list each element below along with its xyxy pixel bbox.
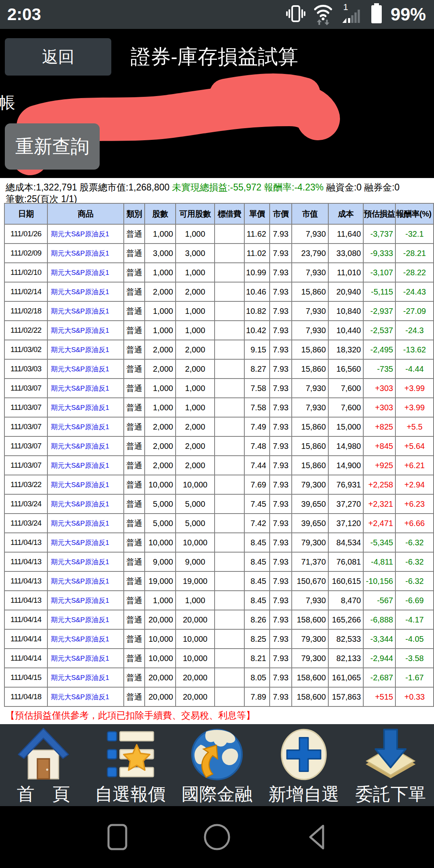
cell-category: 普通 — [124, 514, 145, 533]
cell-product[interactable]: 期元大S&P原油反1 — [47, 687, 124, 706]
cell-avail-shares: 2,000 — [176, 436, 215, 456]
cell-market-value: 7,930 — [292, 398, 328, 417]
cell-cost: 76,931 — [328, 475, 363, 494]
table-row: 111/02/10期元大S&P原油反1普通1,0001,00010.997.93… — [4, 263, 434, 282]
cell-return-pct: +6.21 — [395, 456, 434, 475]
cell-avail-shares: 3,000 — [176, 244, 215, 263]
requery-button-label: 重新查詢 — [15, 134, 89, 159]
cell-borrow-fee — [215, 514, 244, 533]
toolbar-item-watchlist-quote[interactable]: 自選報價 — [87, 724, 174, 806]
toolbar-item-place-order[interactable]: 委託下單 — [347, 724, 434, 806]
cell-est-pl: +2,321 — [363, 494, 395, 514]
cell-return-pct: +5.5 — [395, 417, 434, 436]
cell-avail-shares: 10,000 — [176, 533, 215, 552]
cell-avail-shares: 2,000 — [176, 417, 215, 436]
toolbar-item-add-watchlist[interactable]: 新增自選 — [260, 724, 347, 806]
cell-est-pl: -3,344 — [363, 629, 395, 649]
cell-market-price: 7.93 — [270, 668, 291, 687]
cell-market-value: 158,600 — [292, 687, 328, 706]
cell-product[interactable]: 期元大S&P原油反1 — [47, 263, 124, 282]
cell-product[interactable]: 期元大S&P原油反1 — [47, 571, 124, 591]
cell-product[interactable]: 期元大S&P原油反1 — [47, 514, 124, 533]
app-header: 返回 證券-庫存損益試算 帳 重新查詢 — [0, 29, 434, 178]
cell-product[interactable]: 期元大S&P原油反1 — [47, 436, 124, 456]
cell-return-pct: -24.43 — [395, 282, 434, 301]
cell-borrow-fee — [215, 301, 244, 321]
cell-product[interactable]: 期元大S&P原油反1 — [47, 649, 124, 668]
cell-product[interactable]: 期元大S&P原油反1 — [47, 244, 124, 263]
cell-product[interactable]: 期元大S&P原油反1 — [47, 224, 124, 244]
cell-product[interactable]: 期元大S&P原油反1 — [47, 591, 124, 610]
summary-line: 總成本:1,322,791 股票總市值:1,268,800 未實現總損益:-55… — [6, 182, 432, 193]
summary-costs: 總成本:1,322,791 股票總市值:1,268,800 — [6, 182, 172, 192]
toolbar-item-global-finance[interactable]: 國際金融 — [174, 724, 260, 806]
cell-shares: 1,000 — [145, 321, 175, 340]
toolbar-label-watchlist-quote: 自選報價 — [95, 782, 166, 806]
cell-unit-price: 8.45 — [244, 533, 270, 552]
cell-date: 111/04/13 — [4, 533, 47, 552]
cell-category: 普通 — [124, 649, 145, 668]
cell-product[interactable]: 期元大S&P原油反1 — [47, 629, 124, 649]
cell-cost: 14,980 — [328, 436, 363, 456]
cell-market-price: 7.93 — [270, 244, 291, 263]
cell-est-pl: -2,687 — [363, 668, 395, 687]
cell-borrow-fee — [215, 263, 244, 282]
cell-product[interactable]: 期元大S&P原油反1 — [47, 456, 124, 475]
cell-avail-shares: 1,000 — [176, 591, 215, 610]
cell-product[interactable]: 期元大S&P原油反1 — [47, 552, 124, 571]
col-header-cost: 成本 — [328, 203, 363, 224]
cell-category: 普通 — [124, 282, 145, 301]
cell-unit-price: 7.45 — [244, 494, 270, 514]
cell-est-pl: -4,811 — [363, 552, 395, 571]
cell-unit-price: 9.15 — [244, 340, 270, 359]
toolbar-label-global-finance: 國際金融 — [182, 782, 252, 806]
cell-unit-price: 7.89 — [244, 687, 270, 706]
cell-category: 普通 — [124, 359, 145, 379]
cell-market-value: 15,860 — [292, 359, 328, 379]
cell-product[interactable]: 期元大S&P原油反1 — [47, 340, 124, 359]
cell-shares: 2,000 — [145, 340, 175, 359]
cell-market-price: 7.93 — [270, 417, 291, 436]
table-row: 111/03/07期元大S&P原油反1普通2,0002,0007.487.931… — [4, 436, 434, 456]
cell-product[interactable]: 期元大S&P原油反1 — [47, 321, 124, 340]
toolbar-item-home[interactable]: 首 頁 — [0, 724, 87, 806]
cell-cost: 15,000 — [328, 417, 363, 436]
cell-avail-shares: 2,000 — [176, 456, 215, 475]
add-watchlist-icon — [276, 727, 332, 782]
cell-category: 普通 — [124, 321, 145, 340]
cell-product[interactable]: 期元大S&P原油反1 — [47, 301, 124, 321]
table-row: 111/04/18期元大S&P原油反1普通20,00020,0007.897.9… — [4, 687, 434, 706]
cell-borrow-fee — [215, 629, 244, 649]
cell-cost: 11,640 — [328, 224, 363, 244]
cell-avail-shares: 1,000 — [176, 321, 215, 340]
requery-button[interactable]: 重新查詢 — [5, 123, 100, 170]
cell-est-pl: -2,537 — [363, 321, 395, 340]
back-button-nav[interactable] — [303, 823, 331, 851]
cell-product[interactable]: 期元大S&P原油反1 — [47, 398, 124, 417]
cell-product[interactable]: 期元大S&P原油反1 — [47, 494, 124, 514]
cell-return-pct: +0.33 — [395, 687, 434, 706]
cell-return-pct: +3.99 — [395, 379, 434, 398]
cell-avail-shares: 5,000 — [176, 494, 215, 514]
cell-product[interactable]: 期元大S&P原油反1 — [47, 417, 124, 436]
cell-product[interactable]: 期元大S&P原油反1 — [47, 282, 124, 301]
recent-apps-button[interactable] — [103, 823, 131, 851]
cell-borrow-fee — [215, 321, 244, 340]
cell-date: 111/04/13 — [4, 571, 47, 591]
cell-product[interactable]: 期元大S&P原油反1 — [47, 533, 124, 552]
cell-shares: 2,000 — [145, 359, 175, 379]
cell-shares: 20,000 — [145, 687, 175, 706]
cell-product[interactable]: 期元大S&P原油反1 — [47, 379, 124, 398]
cell-product[interactable]: 期元大S&P原油反1 — [47, 610, 124, 629]
cell-product[interactable]: 期元大S&P原油反1 — [47, 359, 124, 379]
cell-category: 普通 — [124, 224, 145, 244]
cell-product[interactable]: 期元大S&P原油反1 — [47, 475, 124, 494]
home-button[interactable] — [203, 823, 231, 851]
cell-product[interactable]: 期元大S&P原油反1 — [47, 668, 124, 687]
cell-borrow-fee — [215, 456, 244, 475]
table-row: 111/04/14期元大S&P原油反1普通10,00010,0008.217.9… — [4, 649, 434, 668]
cell-borrow-fee — [215, 610, 244, 629]
cell-category: 普通 — [124, 610, 145, 629]
cell-est-pl: -2,944 — [363, 649, 395, 668]
cell-market-price: 7.93 — [270, 340, 291, 359]
